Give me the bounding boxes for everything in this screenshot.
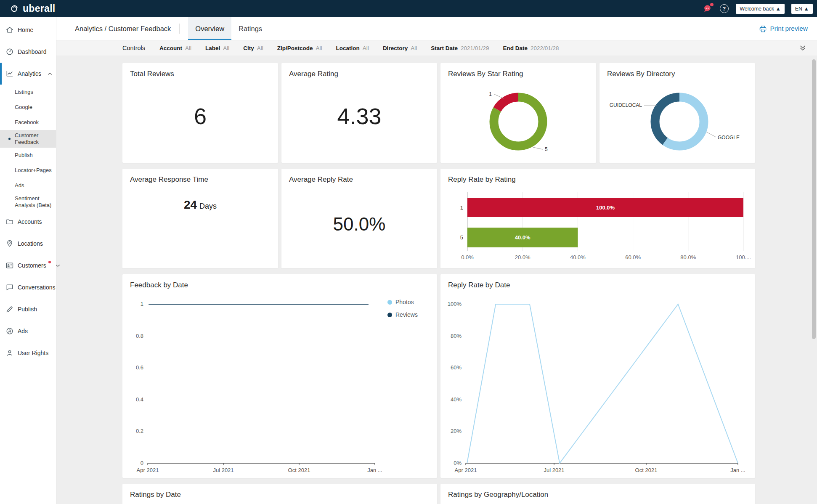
sidebar-item-publish[interactable]: Publish <box>0 298 56 320</box>
filter-value: 2022/01/28 <box>531 45 559 51</box>
sidebar-item-google[interactable]: Google <box>0 100 56 115</box>
svg-text:1: 1 <box>489 91 492 97</box>
collapse-controls-icon[interactable] <box>798 44 807 52</box>
card-reviews-by-star-rating: Reviews By Star Rating 15 <box>440 63 596 163</box>
filter-label: Account <box>159 45 182 51</box>
svg-text:5: 5 <box>545 146 548 152</box>
breadcrumb[interactable]: Analytics / Customer Feedback <box>75 25 171 33</box>
notifications-icon[interactable] <box>702 4 712 14</box>
filter-end-date[interactable]: End Date2022/01/28 <box>503 45 559 51</box>
svg-text:80.0%: 80.0% <box>680 254 696 260</box>
sidebar-item-home[interactable]: Home <box>0 19 56 41</box>
svg-text:1: 1 <box>141 301 143 307</box>
language-menu-button[interactable]: EN ▲ <box>791 4 813 14</box>
sidebar-item-label: Locator+Pages <box>15 167 52 174</box>
sidebar-item-locations[interactable]: Locations <box>0 233 56 255</box>
tabs: OverviewRatings <box>188 17 269 40</box>
filter-value: All <box>363 45 369 51</box>
sidebar: HomeDashboardAnalyticsListingsGoogleFace… <box>0 17 56 504</box>
chat-icon <box>5 283 14 292</box>
svg-text:0.8: 0.8 <box>136 333 143 339</box>
filters: AccountAllLabelAllCityAllZip/PostcodeAll… <box>159 45 798 51</box>
svg-text:100.0%: 100.0% <box>596 204 615 211</box>
topbar-right: ? Welcome back ▲ EN ▲ <box>702 4 813 14</box>
sidebar-item-conversations[interactable]: Conversations <box>0 276 56 298</box>
sidebar-item-listings[interactable]: Listings <box>0 85 56 100</box>
sidebar-item-facebook[interactable]: Facebook <box>0 115 56 130</box>
legend-label: Photos <box>395 299 414 305</box>
svg-text:Apr 2021: Apr 2021 <box>455 467 477 473</box>
svg-text:60.0%: 60.0% <box>625 254 641 260</box>
filter-value: All <box>223 45 229 51</box>
home-icon <box>5 26 14 34</box>
filter-zip-postcode[interactable]: Zip/PostcodeAll <box>277 45 322 51</box>
folder-icon <box>5 218 14 226</box>
location-icon <box>5 239 14 248</box>
filter-start-date[interactable]: Start Date2021/01/29 <box>431 45 489 51</box>
sidebar-item-publish-analytics[interactable]: Publish <box>0 148 56 163</box>
svg-text:5: 5 <box>460 234 463 241</box>
sidebar-item-label: Sentiment Analysis (Beta) <box>15 195 53 209</box>
notification-badge <box>710 3 714 6</box>
sidebar-item-customer-feedback[interactable]: Customer Feedback <box>0 130 56 148</box>
user-icon <box>5 349 14 357</box>
card-title: Feedback by Date <box>130 281 188 289</box>
sidebar-item-label: Locations <box>18 240 43 247</box>
filter-account[interactable]: AccountAll <box>159 45 191 51</box>
svg-text:Jan ...: Jan ... <box>367 467 382 473</box>
svg-text:20.0%: 20.0% <box>515 254 531 260</box>
card-title: Reply Rate by Date <box>448 281 510 289</box>
help-icon[interactable]: ? <box>719 4 729 14</box>
card-title: Total Reviews <box>130 70 174 78</box>
brand-logo[interactable]: uberall <box>8 3 56 14</box>
sidebar-item-locator-pages[interactable]: Locator+Pages <box>0 163 56 178</box>
card-title: Average Reply Rate <box>289 175 353 184</box>
card-average-reply-rate: Average Reply Rate 50.0% <box>281 169 437 268</box>
filter-directory[interactable]: DirectoryAll <box>383 45 417 51</box>
sidebar-item-analytics[interactable]: Analytics <box>0 63 56 85</box>
filter-label[interactable]: LabelAll <box>205 45 229 51</box>
sidebar-item-user-rights[interactable]: User Rights <box>0 342 56 364</box>
sidebar-item-customers[interactable]: Customers <box>0 255 56 276</box>
card-title: Reply Rate by Rating <box>448 175 516 184</box>
notification-dot <box>48 261 51 263</box>
svg-text:100%: 100% <box>448 301 462 307</box>
filter-label: Location <box>336 45 360 51</box>
sidebar-item-dashboard[interactable]: Dashboard <box>0 41 56 63</box>
sidebar-item-label: Facebook <box>15 119 39 126</box>
svg-text:80%: 80% <box>451 333 462 339</box>
legend-item-reviews[interactable]: Reviews <box>387 311 418 318</box>
svg-text:20%: 20% <box>451 428 462 434</box>
card-ratings-by-date: Ratings by Date <box>122 484 437 504</box>
tab-ratings[interactable]: Ratings <box>231 17 269 40</box>
filter-city[interactable]: CityAll <box>243 45 263 51</box>
publish-icon <box>5 305 14 313</box>
uberall-logo-icon <box>8 3 19 14</box>
welcome-menu-button[interactable]: Welcome back ▲ <box>736 4 785 14</box>
sidebar-item-label: Accounts <box>18 218 42 225</box>
filter-location[interactable]: LocationAll <box>336 45 369 51</box>
sidebar-item-ads[interactable]: Ads <box>0 320 56 342</box>
card-title: Reviews By Directory <box>607 70 675 78</box>
chevron-up-icon <box>47 71 53 77</box>
tab-overview[interactable]: Overview <box>188 17 231 40</box>
card-reviews-by-directory: Reviews By Directory GUIDELOCALGOOGLE <box>599 63 755 163</box>
sidebar-item-sentiment-analysis[interactable]: Sentiment Analysis (Beta) <box>0 193 56 211</box>
selected-dot <box>8 138 11 140</box>
legend-item-photos[interactable]: Photos <box>387 299 418 305</box>
filter-value: 2021/01/29 <box>461 45 489 51</box>
svg-text:0.0%: 0.0% <box>461 254 474 260</box>
print-preview-link[interactable]: Print preview <box>759 25 808 33</box>
svg-text:40%: 40% <box>451 396 462 403</box>
sidebar-item-accounts[interactable]: Accounts <box>0 211 56 233</box>
legend-label: Reviews <box>395 311 418 318</box>
svg-text:0.2: 0.2 <box>136 428 143 434</box>
filter-label: City <box>243 45 254 51</box>
sidebar-item-ads-analytics[interactable]: Ads <box>0 178 56 193</box>
svg-text:40.0%: 40.0% <box>515 234 531 241</box>
filter-value: All <box>185 45 191 51</box>
filter-value: All <box>411 45 417 51</box>
card-title: Ratings by Geography/Location <box>448 491 548 499</box>
scrollbar-thumb[interactable] <box>812 59 816 339</box>
svg-text:40.0%: 40.0% <box>570 254 586 260</box>
